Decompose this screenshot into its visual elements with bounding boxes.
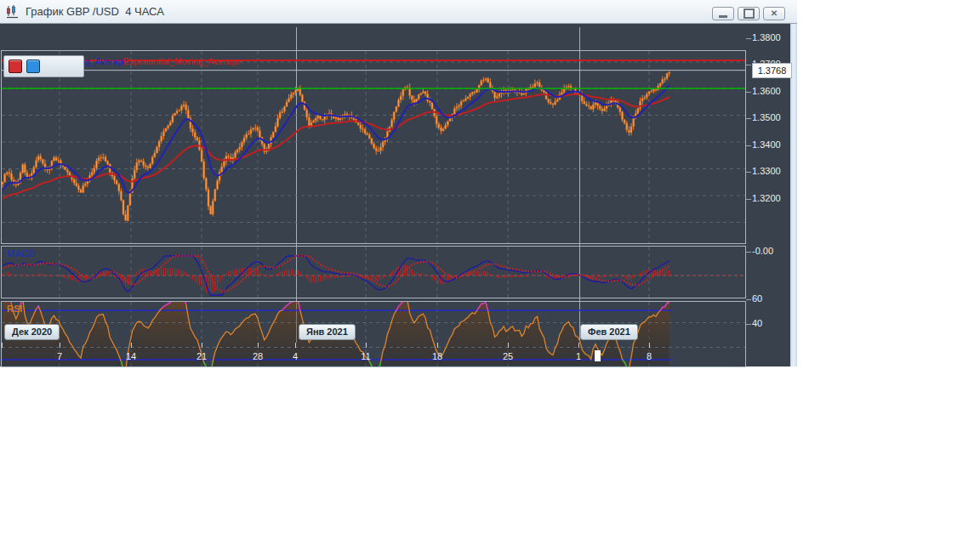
x-tick-label: 25 (501, 351, 515, 361)
macd-zero-label: -0.00 (752, 246, 773, 256)
price-tick-label: 1.3600 (752, 86, 781, 96)
rsi-tick-mark (746, 299, 751, 300)
price-tick-mark (746, 145, 751, 146)
price-tick-label: 1.3500 (752, 112, 781, 122)
current-price-label: 1.3768 (752, 63, 792, 78)
x-tick-label: 18 (430, 351, 444, 361)
x-tick-mark (508, 343, 509, 348)
legend-slow-ma-label: Exponential_Moving_Average (123, 57, 241, 66)
x-tick-label: 1 (572, 351, 585, 361)
close-icon: ✕ (771, 9, 778, 18)
main-price-panel[interactable] (2, 51, 745, 243)
axis-cursor (595, 350, 601, 361)
month-badge: Дек 2020 (4, 324, 60, 340)
x-tick-mark (2, 343, 3, 348)
legend-toolbar (3, 55, 84, 77)
x-tick-mark (437, 343, 438, 348)
price-tick-label: 1.3400 (752, 139, 781, 150)
restore-button[interactable] (738, 7, 760, 20)
price-tick-mark (746, 199, 751, 200)
macd-zero-tick-mark (746, 252, 751, 253)
price-tick-label: 1.3200 (752, 193, 781, 203)
x-tick-label: 7 (53, 351, 66, 361)
minimize-icon (719, 15, 727, 18)
x-tick-label: 4 (288, 351, 302, 361)
candlestick-chart-icon (6, 4, 21, 20)
x-tick-mark (131, 343, 132, 348)
x-tick-label: 21 (195, 351, 208, 361)
x-tick-label: 28 (251, 351, 265, 361)
price-tick-mark (746, 172, 751, 173)
x-tick-mark (295, 343, 296, 348)
price-tick-label: 1.3300 (752, 166, 781, 176)
red-indicator-button[interactable] (9, 60, 22, 73)
x-tick-mark (578, 343, 579, 348)
window-controls: ✕ (712, 7, 785, 20)
price-tick-mark (746, 92, 751, 93)
x-tick-label: 8 (642, 351, 656, 361)
rsi-tick-label: 40 (752, 318, 762, 328)
x-tick-mark (366, 343, 367, 348)
rsi-tick-mark (746, 324, 751, 325)
month-badge: Фев 2021 (580, 324, 638, 340)
rsi-label: RSI (7, 304, 22, 314)
macd-label: MACD (7, 248, 35, 258)
price-tick-mark (746, 118, 751, 119)
x-tick-label: 14 (124, 351, 138, 361)
titlebar[interactable]: График GBP /USD 4 ЧАСА ✕ (0, 0, 797, 24)
x-tick-mark (60, 343, 60, 348)
rsi-tick-label: 60 (752, 293, 762, 304)
chart-client-area[interactable]: Exponential_Moving_Average Exponential_M… (0, 24, 790, 366)
chart-window: График GBP /USD 4 ЧАСА ✕ Exponential_Mov… (0, 0, 797, 366)
window-title: График GBP /USD 4 ЧАСА (26, 5, 164, 18)
price-tick-mark (746, 65, 751, 65)
x-tick-mark (202, 343, 202, 348)
blue-indicator-button[interactable] (26, 60, 40, 73)
x-tick-mark (649, 343, 650, 348)
restore-icon (744, 9, 755, 19)
x-tick-label: 11 (359, 351, 373, 361)
close-button[interactable]: ✕ (763, 7, 785, 20)
price-tick-label: 1.3800 (752, 32, 781, 43)
x-tick-mark (258, 343, 259, 348)
minimize-button[interactable] (712, 7, 734, 20)
month-badge: Янв 2021 (299, 324, 356, 340)
price-tick-mark (746, 38, 751, 39)
macd-panel[interactable] (2, 247, 745, 298)
